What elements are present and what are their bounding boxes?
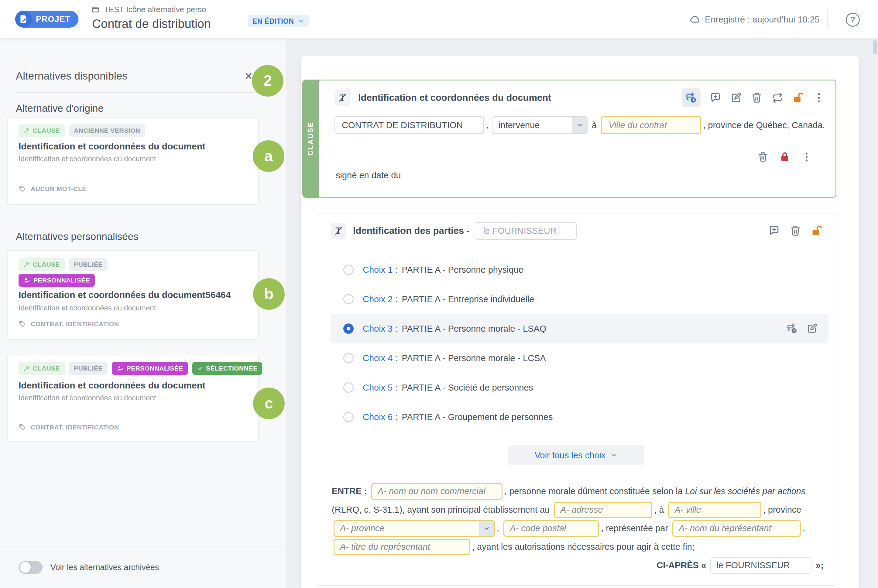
address-input[interactable]: A- adresse (554, 502, 652, 518)
law-title: Loi sur les sociétés par actions (685, 486, 806, 496)
see-all-label: Voir tous les choix (535, 450, 606, 460)
choice-option-3-selected[interactable]: Choix 3 : PARTIE A - Personne morale - L… (330, 314, 828, 343)
annotation-marker-b: b (253, 278, 285, 310)
panel-footer: Voir les alternatives archivées (0, 546, 287, 588)
representative-title-input[interactable]: A- titre du représentant (333, 539, 470, 555)
postal-code-input[interactable]: A- code postal (503, 520, 599, 537)
document-page: CLAUSE Identification et coordonnées du … (301, 56, 859, 588)
tag-icon (18, 423, 26, 431)
keywords-label: AUCUN MOT-CLÉ (31, 185, 87, 192)
alternative-subtitle: Identification et coordonnées du documen… (18, 154, 156, 163)
breadcrumb[interactable]: TEST Icône alternative perso (91, 5, 206, 14)
delete-icon[interactable] (751, 92, 762, 104)
contract-type-input[interactable]: CONTRAT DE DISTRIBUTION (335, 116, 484, 134)
city-input[interactable]: A- ville (668, 502, 761, 518)
alternative-subtitle: Identification et coordonnées du documen… (18, 304, 156, 312)
radio-icon[interactable] (343, 294, 354, 304)
add-comment-icon[interactable] (710, 92, 721, 104)
party-shortname-input[interactable]: le FOURNISSEUR (710, 557, 812, 574)
intervenue-select[interactable]: intervenue (492, 116, 588, 134)
scrollbar-thumb[interactable] (873, 40, 877, 54)
panel-divider (16, 92, 259, 93)
at-label: à (592, 120, 597, 130)
clause-side-tab: CLAUSE (302, 80, 319, 198)
see-all-choices-button[interactable]: Voir tous les choix (508, 445, 644, 465)
alternative-card-custom-2-selected[interactable]: CLAUSE PUBLIÉE PERSONNALISÉE SÉLECTIONNÉ… (7, 355, 259, 442)
locked-icon[interactable] (779, 152, 790, 162)
choice-number: Choix 5 : (363, 382, 398, 393)
swap-icon[interactable] (771, 92, 783, 104)
published-badge: PUBLIÉE (69, 258, 108, 271)
more-options-icon[interactable] (813, 92, 824, 104)
person-edit-icon (23, 277, 31, 284)
tag-icon (18, 320, 26, 328)
clause-badge: CLAUSE (18, 124, 65, 137)
choice-option-1[interactable]: Choix 1 : PARTIE A - Personne physique (330, 255, 828, 284)
edit-icon[interactable] (807, 323, 818, 334)
status-dropdown[interactable]: EN ÉDITION (248, 15, 309, 27)
alternatives-panel: Alternatives disponibles × Alternative d… (0, 39, 287, 588)
clause-title: Identification et coordonnées du documen… (358, 92, 551, 103)
help-icon[interactable]: ? (846, 13, 860, 27)
choice-option-2[interactable]: Choix 2 : PARTIE A - Entreprise individu… (330, 285, 828, 314)
choice-option-4[interactable]: Choix 4 : PARTIE A - Personne morale - L… (330, 344, 828, 373)
close-icon[interactable]: × (245, 69, 252, 82)
more-options-icon[interactable] (801, 152, 812, 162)
company-name-input[interactable]: A- nom ou nom commercial (371, 483, 503, 500)
section-custom-heading: Alternatives personnalisées (16, 231, 138, 242)
unlocked-icon[interactable] (811, 225, 822, 237)
choice-number: Choix 1 : (363, 265, 398, 275)
choice-number: Choix 3 : (363, 324, 398, 334)
archived-toggle[interactable] (19, 561, 42, 574)
choice-label: PARTIE A - Personne physique (402, 265, 523, 275)
alternative-card-custom-1[interactable]: CLAUSE PUBLIÉE PERSONNALISÉE Identificat… (7, 250, 259, 339)
radio-icon[interactable] (343, 382, 354, 393)
add-comment-icon[interactable] (768, 225, 780, 237)
party-name-input[interactable]: le FOURNISSEUR (476, 222, 576, 240)
representative-name-input[interactable]: A- nom du représentant (672, 520, 801, 537)
chevron-down-icon (572, 117, 587, 134)
chevron-down-icon (479, 521, 494, 536)
edit-icon[interactable] (730, 92, 742, 104)
chevron-down-icon (298, 18, 304, 24)
alternative-title: Identification et coordonnées du documen… (18, 380, 249, 391)
top-bar: PROJET TEST Icône alternative perso Cont… (0, 0, 878, 39)
choice-label: PARTIE A - Personne morale - LCSA (402, 353, 546, 363)
unlocked-icon[interactable] (792, 92, 804, 104)
alternative-title: Identification et coordonnées du documen… (18, 141, 249, 152)
annotation-marker-2: 2 (252, 65, 284, 97)
person-edit-icon (117, 365, 124, 372)
chevron-down-icon (611, 452, 618, 459)
header-divider (78, 11, 79, 28)
project-badge-label: PROJET (36, 15, 71, 24)
radio-icon[interactable] (343, 412, 354, 422)
clause-card-identification-document: CLAUSE Identification et coordonnées du … (318, 80, 836, 198)
radio-icon[interactable] (343, 264, 354, 275)
alternative-card-origin[interactable]: CLAUSE ANCIENNE VERSION Identification e… (7, 117, 259, 205)
choice-option-6[interactable]: Choix 6 : PARTIE A - Groupement de perso… (330, 402, 828, 432)
contract-city-input[interactable]: Ville du contrat (601, 116, 701, 134)
cloud-icon (690, 14, 701, 25)
signed-date-label: signé en date du (336, 170, 401, 180)
alternatives-history-icon[interactable] (682, 88, 701, 107)
clause-badge: CLAUSE (18, 362, 65, 375)
personalized-badge: PERSONNALISÉE (112, 362, 188, 375)
keywords-label: CONTRAT, IDENTIFICATION (31, 424, 119, 431)
header-divider (827, 10, 828, 28)
annotation-marker-c: c (253, 387, 285, 419)
province-select[interactable]: A- province (333, 520, 495, 537)
choice-label: PARTIE A - Société de personnes (402, 382, 533, 393)
choice-option-5[interactable]: Choix 5 : PARTIE A - Société de personne… (330, 373, 828, 402)
delete-icon[interactable] (757, 152, 768, 162)
breadcrumb-label: TEST Icône alternative perso (104, 5, 206, 14)
delete-icon[interactable] (789, 225, 801, 237)
archived-toggle-label: Voir les alternatives archivées (50, 563, 159, 572)
radio-icon[interactable] (343, 353, 354, 363)
entre-paragraph: ENTRE : A- nom ou nom commercial, person… (332, 482, 824, 574)
choice-number: Choix 4 : (363, 353, 398, 363)
radio-selected-icon[interactable] (343, 324, 354, 334)
project-doc-pen-icon (15, 10, 32, 28)
personalized-badge: PERSONNALISÉE (18, 274, 95, 287)
alternatives-history-icon[interactable] (786, 323, 797, 334)
page-title: Contrat de distribution (92, 17, 211, 31)
